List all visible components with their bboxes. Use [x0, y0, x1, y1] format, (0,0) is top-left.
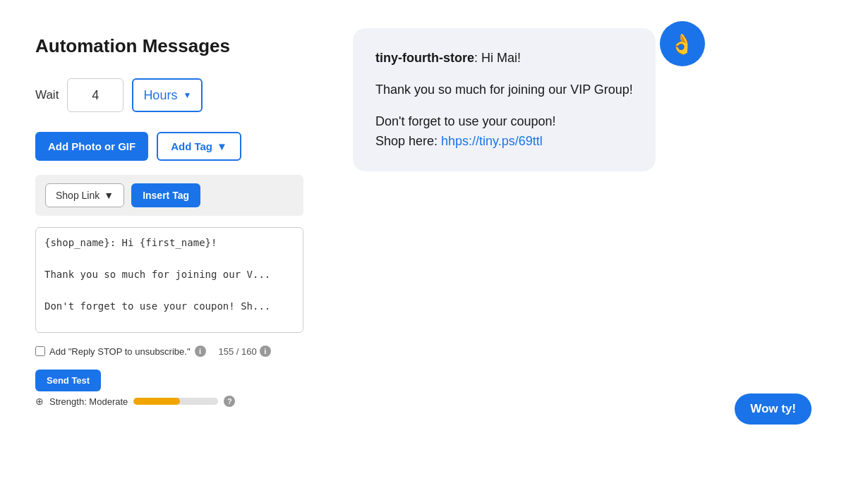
send-test-button[interactable]: Send Test — [35, 370, 101, 391]
message-textarea[interactable]: {shop_name}: Hi {first_name}! Thank you … — [35, 227, 303, 333]
right-panel: tiny-fourth-store: Hi Mai! Thank you so … — [346, 21, 854, 467]
char-count: 155 / 160 i — [219, 346, 271, 357]
chevron-down-icon: ▼ — [183, 90, 191, 100]
reply-stop-row: Add "Reply STOP to unsubscribe." i — [35, 346, 206, 357]
question-icon[interactable]: ? — [224, 396, 235, 407]
add-tag-button[interactable]: Add Tag ▼ — [157, 132, 241, 161]
ok-emoji-bubble: 👌 — [660, 21, 705, 66]
bottom-row: Add "Reply STOP to unsubscribe." i 155 /… — [35, 346, 303, 391]
insert-tag-button[interactable]: Insert Tag — [131, 183, 200, 207]
wait-label: Wait — [35, 88, 59, 102]
add-tag-label: Add Tag — [171, 140, 212, 152]
hours-label: Hours — [143, 88, 177, 103]
store-name: tiny-fourth-store — [375, 51, 474, 65]
char-info-icon[interactable]: i — [260, 346, 271, 357]
ok-emoji: 👌 — [670, 32, 694, 56]
shop-link-label: Shop Link — [56, 190, 100, 201]
tag-dropdown-container: Shop Link ▼ Insert Tag — [35, 175, 303, 216]
left-panel: Automation Messages Wait Hours ▼ Add Pho… — [14, 21, 325, 467]
wait-row: Wait Hours ▼ — [35, 78, 303, 112]
chevron-down-icon: ▼ — [104, 190, 114, 201]
reply-stop-checkbox[interactable] — [35, 346, 45, 356]
coupon-line: Don't forget to use your coupon! — [375, 114, 556, 128]
chat-bubble-text: tiny-fourth-store: Hi Mai! Thank you so … — [375, 48, 633, 152]
char-count-value: 155 / 160 — [219, 346, 257, 357]
strength-bar-fill — [133, 398, 180, 405]
shop-link-button[interactable]: Shop Link ▼ — [45, 183, 124, 207]
wow-ty-bubble: Wow ty! — [735, 394, 812, 425]
greeting: Hi Mai! — [481, 51, 521, 65]
action-buttons: Add Photo or GIF Add Tag ▼ — [35, 132, 303, 161]
strength-row: ⊕ Strength: Moderate ? — [35, 396, 303, 407]
chat-bubble: tiny-fourth-store: Hi Mai! Thank you so … — [353, 28, 656, 171]
page-title: Automation Messages — [35, 35, 303, 57]
reply-stop-label: Add "Reply STOP to unsubscribe." — [49, 346, 191, 357]
info-icon[interactable]: i — [195, 346, 206, 357]
chevron-down-icon: ▼ — [217, 140, 227, 152]
hours-dropdown[interactable]: Hours ▼ — [132, 78, 203, 112]
vip-line: Thank you so much for joining our VIP Gr… — [375, 80, 633, 100]
strength-bar — [133, 398, 218, 405]
wait-input[interactable] — [67, 78, 123, 112]
add-photo-button[interactable]: Add Photo or GIF — [35, 132, 148, 161]
shop-link[interactable]: hhps://tiny.ps/69ttl — [441, 134, 543, 148]
strength-label: Strength: Moderate — [49, 396, 128, 407]
plus-icon: ⊕ — [35, 396, 44, 407]
shop-here-prefix: Shop here: — [375, 134, 441, 148]
